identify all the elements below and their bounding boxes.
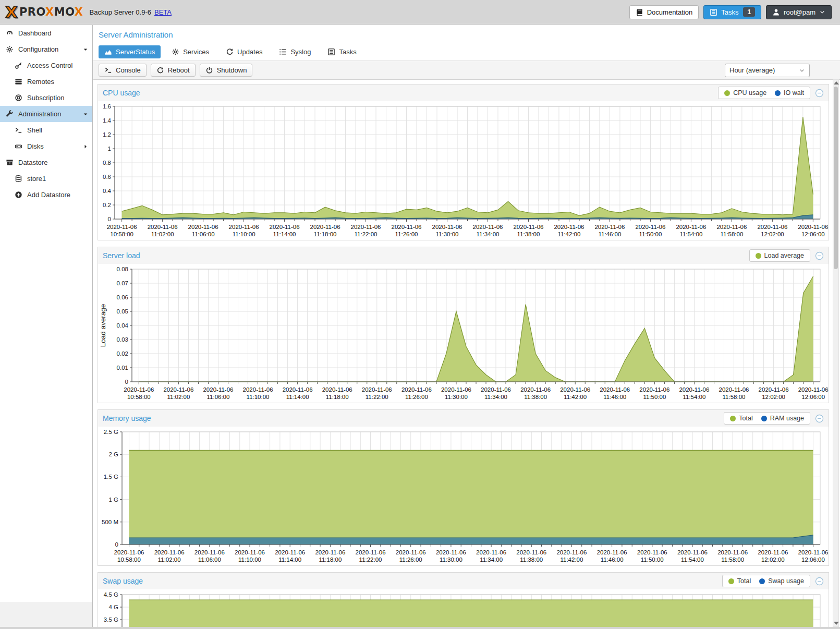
svg-text:2020-11-06: 2020-11-06 bbox=[275, 549, 305, 555]
tab-services[interactable]: Services bbox=[166, 45, 215, 58]
svg-text:10:58:00: 10:58:00 bbox=[110, 231, 133, 237]
svg-text:2020-11-06: 2020-11-06 bbox=[560, 386, 590, 393]
svg-text:2020-11-06: 2020-11-06 bbox=[203, 386, 233, 393]
user-menu-button[interactable]: root@pam bbox=[766, 5, 832, 19]
chart-legend: Load average bbox=[749, 249, 810, 262]
svg-text:11:26:00: 11:26:00 bbox=[399, 557, 422, 563]
tab-tasks[interactable]: Tasks bbox=[322, 45, 362, 58]
timeframe-select[interactable]: Hour (average) bbox=[725, 64, 810, 77]
svg-text:11:46:00: 11:46:00 bbox=[603, 394, 626, 400]
svg-text:1.6: 1.6 bbox=[103, 103, 111, 110]
svg-text:1.2: 1.2 bbox=[103, 131, 111, 138]
sidebar-item-label: Remotes bbox=[27, 78, 54, 86]
tab-label: Tasks bbox=[339, 48, 356, 56]
reboot-button[interactable]: Reboot bbox=[151, 64, 196, 77]
svg-text:2020-11-06: 2020-11-06 bbox=[148, 224, 178, 230]
svg-text:11:22:00: 11:22:00 bbox=[355, 231, 378, 237]
tab-updates[interactable]: Updates bbox=[220, 45, 268, 58]
svg-text:11:22:00: 11:22:00 bbox=[366, 394, 388, 400]
sidebar-item-subscription[interactable]: Subscription bbox=[0, 90, 92, 106]
header-actions: Documentation Tasks 1 root@pam bbox=[629, 5, 832, 19]
svg-text:0.08: 0.08 bbox=[117, 266, 128, 272]
server-load-chart: 00.010.020.030.040.050.060.070.082020-11… bbox=[98, 264, 829, 403]
svg-text:2 G: 2 G bbox=[108, 451, 118, 457]
shutdown-button[interactable]: Shutdown bbox=[200, 64, 253, 77]
server-icon bbox=[15, 78, 22, 86]
server-load-chart-area: 00.010.020.030.040.050.060.070.082020-11… bbox=[98, 264, 829, 403]
svg-text:2020-11-06: 2020-11-06 bbox=[757, 224, 787, 230]
svg-text:500 M: 500 M bbox=[102, 519, 118, 525]
sidebar-item-configuration[interactable]: Configuration bbox=[0, 41, 92, 57]
legend-dot-icon bbox=[759, 578, 765, 584]
svg-text:2020-11-06: 2020-11-06 bbox=[194, 549, 225, 555]
svg-text:2020-11-06: 2020-11-06 bbox=[107, 224, 137, 230]
documentation-label: Documentation bbox=[647, 8, 692, 16]
legend-item: RAM usage bbox=[761, 415, 804, 422]
svg-text:11:58:00: 11:58:00 bbox=[720, 231, 743, 237]
svg-text:11:06:00: 11:06:00 bbox=[192, 231, 215, 237]
documentation-button[interactable]: Documentation bbox=[629, 5, 699, 19]
svg-text:2020-11-06: 2020-11-06 bbox=[758, 549, 788, 555]
tab-syslog[interactable]: Syslog bbox=[273, 45, 316, 58]
svg-text:0: 0 bbox=[108, 216, 111, 222]
tasks-button[interactable]: Tasks 1 bbox=[703, 5, 761, 19]
svg-text:11:10:00: 11:10:00 bbox=[247, 394, 270, 400]
svg-text:11:18:00: 11:18:00 bbox=[314, 231, 337, 237]
scrollbar-thumb[interactable] bbox=[834, 87, 838, 269]
sidebar-item-add-datastore[interactable]: Add Datastore bbox=[0, 187, 92, 203]
sidebar-item-access-control[interactable]: Access Control bbox=[0, 57, 92, 74]
svg-text:2020-11-06: 2020-11-06 bbox=[679, 386, 709, 393]
scroll-up-arrow-icon[interactable] bbox=[834, 81, 839, 84]
sidebar-item-remotes[interactable]: Remotes bbox=[0, 74, 92, 90]
svg-text:0: 0 bbox=[115, 541, 118, 548]
svg-text:2020-11-06: 2020-11-06 bbox=[716, 224, 747, 230]
tab-label: ServerStatus bbox=[116, 48, 155, 56]
svg-text:2020-11-06: 2020-11-06 bbox=[322, 386, 352, 393]
power-icon bbox=[205, 66, 213, 74]
collapse-panel-icon[interactable] bbox=[815, 89, 824, 98]
legend-label: Swap usage bbox=[768, 577, 804, 585]
svg-text:2020-11-06: 2020-11-06 bbox=[396, 549, 426, 555]
svg-text:2020-11-06: 2020-11-06 bbox=[243, 386, 273, 393]
beta-link[interactable]: BETA bbox=[154, 8, 172, 16]
brand-segment: PRO bbox=[19, 6, 45, 18]
panel-header: CPU usageCPU usageIO wait bbox=[98, 84, 829, 101]
svg-text:11:30:00: 11:30:00 bbox=[440, 557, 462, 563]
terminal-icon bbox=[104, 66, 112, 74]
vertical-scrollbar[interactable] bbox=[833, 79, 839, 627]
svg-text:10:58:00: 10:58:00 bbox=[117, 557, 141, 563]
svg-text:11:42:00: 11:42:00 bbox=[560, 557, 583, 563]
sidebar-item-shell[interactable]: Shell bbox=[0, 122, 92, 138]
svg-text:0.04: 0.04 bbox=[117, 322, 129, 329]
panel-title: Memory usage bbox=[103, 414, 151, 422]
svg-text:2020-11-06: 2020-11-06 bbox=[163, 386, 193, 393]
svg-text:4 G: 4 G bbox=[108, 604, 118, 610]
tab-serverstatus[interactable]: ServerStatus bbox=[99, 45, 161, 58]
svg-text:0.4: 0.4 bbox=[103, 188, 112, 194]
sidebar-item-label: Shell bbox=[27, 126, 42, 134]
svg-text:2020-11-06: 2020-11-06 bbox=[481, 386, 511, 393]
svg-text:2020-11-06: 2020-11-06 bbox=[235, 549, 265, 555]
svg-text:11:18:00: 11:18:00 bbox=[319, 557, 342, 563]
collapse-panel-icon[interactable] bbox=[815, 414, 824, 423]
svg-text:2020-11-06: 2020-11-06 bbox=[513, 224, 543, 230]
svg-text:11:10:00: 11:10:00 bbox=[238, 557, 261, 563]
sidebar-item-datastore[interactable]: Datastore bbox=[0, 154, 92, 171]
sidebar-item-store1[interactable]: store1 bbox=[0, 171, 92, 187]
sidebar-item-administration[interactable]: Administration bbox=[0, 106, 92, 122]
caret-down-icon bbox=[82, 46, 89, 53]
panel-server-load: Server loadLoad average00.010.020.030.04… bbox=[98, 247, 829, 403]
sidebar-item-dashboard[interactable]: Dashboard bbox=[0, 25, 92, 41]
svg-text:11:02:00: 11:02:00 bbox=[158, 557, 181, 563]
scroll-down-arrow-icon[interactable] bbox=[834, 622, 839, 625]
console-button[interactable]: Console bbox=[99, 64, 147, 77]
svg-text:2020-11-06: 2020-11-06 bbox=[315, 549, 345, 555]
memory-usage-chart-area: 0500 M1 G1.5 G2 G2.5 G2020-11-0610:58:00… bbox=[98, 427, 829, 565]
svg-text:2020-11-06: 2020-11-06 bbox=[283, 386, 313, 393]
sidebar-item-disks[interactable]: Disks bbox=[0, 138, 92, 154]
sidebar-navigation: DashboardConfigurationAccess ControlRemo… bbox=[0, 25, 93, 629]
svg-text:11:38:00: 11:38:00 bbox=[520, 557, 543, 563]
collapse-panel-icon[interactable] bbox=[815, 577, 824, 586]
collapse-panel-icon[interactable] bbox=[815, 251, 824, 260]
svg-text:2020-11-06: 2020-11-06 bbox=[188, 224, 218, 230]
